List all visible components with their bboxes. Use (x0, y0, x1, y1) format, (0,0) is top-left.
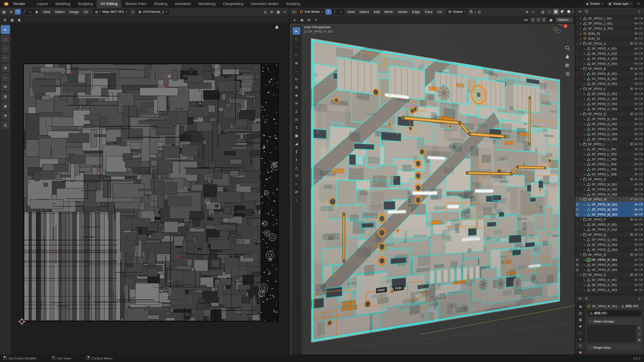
options-button[interactable]: Options ▾ (555, 17, 573, 23)
uv-sync-toggle-icon[interactable]: ⇄ (8, 9, 14, 15)
expand-arrow[interactable]: ▸ (583, 158, 586, 161)
tab-geometry-nodes[interactable]: Geometry Nodes (247, 0, 282, 8)
expand-arrow[interactable]: ▸ (583, 208, 586, 211)
collection-checkbox[interactable]: ✓ (630, 87, 633, 90)
browse-image-icon[interactable]: ▤ (95, 10, 98, 14)
tab-uv-editing[interactable]: UV Editing (97, 0, 122, 8)
tab-rendering[interactable]: Rendering (195, 0, 219, 8)
tool-poly-build[interactable]: △ (293, 164, 300, 171)
disable-render-camera-icon[interactable] (639, 82, 643, 86)
view-options-icon[interactable]: ≡ (282, 9, 288, 15)
disable-render-camera-icon[interactable] (639, 32, 643, 35)
disable-render-camera-icon[interactable] (639, 107, 643, 111)
expand-arrow[interactable]: ▸ (583, 163, 586, 166)
hide-viewport-eye-icon[interactable] (634, 102, 638, 106)
outliner-row-sf-pp03-p-002[interactable]: ▸SF_PP03_P_002 (575, 227, 644, 232)
tool-select-box[interactable]: □ (293, 35, 300, 43)
outliner-row-sf-pp03-l-004[interactable]: ▸SF_PP03_L_004 (575, 162, 644, 167)
outliner-row-sf-pp03-i-001[interactable]: ▸SF_PP03_I_001 (575, 16, 644, 21)
disable-render-camera-icon[interactable] (639, 102, 643, 106)
tool-inset-faces[interactable]: ▣ (293, 132, 300, 139)
expand-arrow[interactable]: ▸ (583, 263, 586, 266)
expand-arrow[interactable]: ▾ (579, 87, 583, 90)
breadcrumb-data[interactable]: 網格.052 (626, 304, 638, 308)
expand-arrow[interactable]: ▾ (579, 113, 583, 115)
menu-select[interactable]: Select (357, 9, 371, 15)
collection-checkbox[interactable]: ✓ (630, 198, 633, 201)
tweak-tool-icon[interactable]: ▸ (292, 17, 298, 23)
disable-render-camera-icon[interactable] (639, 208, 643, 211)
shape-keys-panel-header[interactable]: ▾ Shape Keys (587, 344, 642, 350)
modifiers-tab[interactable]: ∗ (576, 336, 585, 342)
outliner-row-sf-pp03-c-002[interactable]: ▸SF_PP03_C_002 (575, 96, 644, 101)
outliner-row-sf-pp03-d-003[interactable]: ▸SF_PP03_D_003 (575, 126, 644, 131)
expand-arrow[interactable]: ▸ (583, 52, 586, 55)
collection-checkbox[interactable]: ✓ (630, 67, 633, 70)
menu-uv[interactable]: UV (435, 9, 444, 15)
pan-hand-icon[interactable] (565, 54, 570, 59)
properties-editor[interactable]: ≡▾ ▽ ◉▤▦◆□∗▽◉ SF_PP03_R_001 › 網格.052 (575, 295, 644, 354)
active-tool-icon[interactable]: ⊞ (2, 17, 8, 23)
mode-selector[interactable]: Edit Mode ▾ (298, 9, 325, 15)
hide-viewport-eye-icon[interactable] (634, 258, 638, 262)
outliner-row-sf-pp03-d-002[interactable]: ▸SF_PP03_D_002 (575, 121, 644, 126)
scifi-panel-mesh[interactable] (311, 38, 560, 343)
disable-render-camera-icon[interactable] (639, 263, 643, 267)
hide-viewport-eye-icon[interactable] (634, 273, 638, 277)
expand-arrow[interactable]: ▾ (579, 218, 583, 221)
transform-pivot-icon[interactable]: ◉ (299, 17, 305, 23)
pan-hand-icon[interactable] (274, 24, 280, 30)
snap-icon[interactable]: ⊕ (269, 9, 275, 15)
viewlayer-selector[interactable]: ▦ ViewLayer ▾ (607, 1, 633, 7)
outliner-row-sf-pp03-l-001[interactable]: ▸SF_PP03_L_001 (575, 147, 644, 152)
expand-arrow[interactable]: ▸ (583, 77, 586, 80)
disable-render-camera-icon[interactable] (639, 97, 643, 101)
expand-arrow[interactable]: ▸ (579, 27, 583, 30)
disable-render-camera-icon[interactable] (639, 37, 643, 40)
disable-render-camera-icon[interactable] (639, 183, 643, 186)
disable-render-camera-icon[interactable] (639, 47, 643, 51)
hide-viewport-eye-icon[interactable] (634, 243, 638, 247)
outliner[interactable]: ≡▾ ▽ ▸SF_PP03_I_001▸SF_PP03_J_001▸SF_PP0… (575, 8, 644, 295)
expand-arrow[interactable]: ▸ (579, 32, 583, 35)
show-gizmo-icon[interactable]: ⊕ (524, 9, 530, 15)
expand-arrow[interactable]: ▾ (579, 198, 583, 201)
disable-render-camera-icon[interactable] (639, 27, 643, 30)
expand-arrow[interactable]: ▸ (583, 258, 586, 261)
menu-render[interactable]: Render (11, 0, 29, 8)
menu-view[interactable]: View (345, 9, 357, 15)
expand-arrow[interactable]: ▸ (583, 243, 586, 246)
snap-magnet-icon[interactable] (468, 9, 474, 15)
disable-render-camera-icon[interactable] (639, 72, 643, 76)
menu-view[interactable]: View (41, 9, 53, 15)
menu-add[interactable]: Add (371, 9, 382, 15)
collection-checkbox[interactable]: ✓ (630, 143, 633, 146)
shading-material-button[interactable] (559, 9, 566, 15)
vertex-groups-list[interactable] (587, 325, 635, 342)
disable-render-camera-icon[interactable] (639, 57, 643, 61)
outliner-row-sf-pp03-d[interactable]: ▾SF_PP03_D✓ (575, 111, 644, 116)
disable-render-camera-icon[interactable] (639, 162, 643, 166)
disable-render-camera-icon[interactable] (639, 258, 643, 262)
outliner-row-sf-pp03-a-004[interactable]: ▸SF_PP03_A_004 (575, 61, 644, 66)
expand-arrow[interactable]: ▸ (583, 168, 586, 171)
editor-type-uv-icon[interactable]: ▦▾ (2, 9, 8, 15)
outliner-row-sf-pp03-l-003[interactable]: ▸SF_PP03_L_003 (575, 157, 644, 162)
disable-render-camera-icon[interactable] (639, 203, 643, 206)
uv-map-selector[interactable]: ▦ UVChannel_1 × (136, 9, 169, 15)
disable-render-camera-icon[interactable] (639, 52, 643, 56)
clear-uv-map-icon[interactable]: × (166, 10, 167, 14)
outliner-row-sf-pp03-r[interactable]: ▾SF_PP03_R✓ (575, 252, 644, 257)
disable-render-camera-icon[interactable] (639, 167, 643, 171)
mesh-object-sf-pp03[interactable] (311, 38, 560, 343)
menu-vertex[interactable]: Vertex (395, 9, 410, 15)
outliner-row-sf-pp03-r-003[interactable]: ▸SF_PP03_R_003 (575, 267, 644, 272)
editor-type-outliner-icon[interactable]: ≡▾ (577, 9, 583, 15)
hide-viewport-eye-icon[interactable] (634, 193, 638, 196)
expand-arrow[interactable]: ▸ (583, 123, 586, 125)
hide-viewport-eye-icon[interactable] (634, 228, 638, 232)
tab-compositing[interactable]: Compositing (219, 0, 247, 8)
tool-scale[interactable]: ⊞ (293, 83, 300, 91)
pin-icon[interactable]: ⊙ (130, 9, 136, 15)
expand-arrow[interactable]: ▾ (579, 274, 583, 276)
